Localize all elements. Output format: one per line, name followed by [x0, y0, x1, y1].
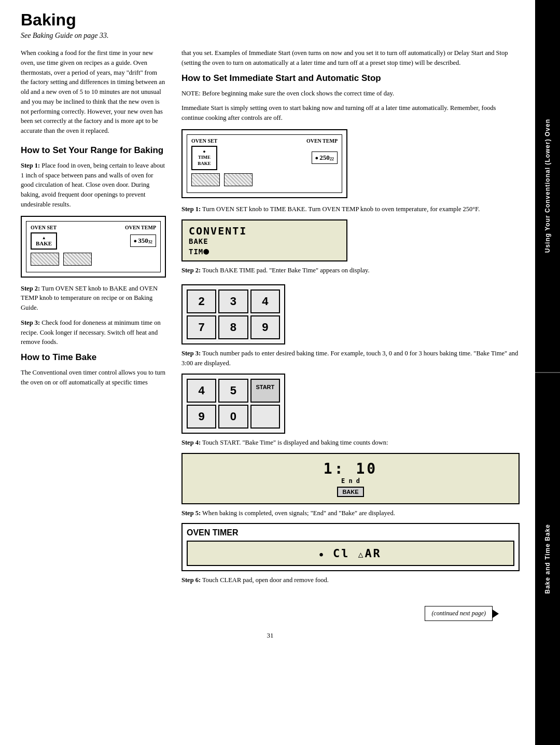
section1-heading: How to Set Your Range for Baking [21, 145, 166, 156]
bake-indicator: BAKE [337, 487, 363, 497]
lcd-display: 1: 10 E n d BAKE [181, 453, 520, 504]
page-number: 31 [21, 631, 520, 640]
key-4b: 4 [187, 379, 216, 403]
key-3: 3 [218, 289, 248, 313]
note-text: NOTE: Before beginning make sure the ove… [181, 89, 520, 99]
start-key: START [250, 379, 280, 403]
oven-temp-display-2: ● 250 22 [312, 151, 338, 164]
oven-timer-box: OVEN TIMER ● Cl △AR [181, 523, 520, 571]
page-title: Baking [21, 10, 520, 30]
key-9: 9 [250, 315, 280, 339]
oven-diagram-1: OVEN SET OVEN TEMP ▲ BAKE ● 350 32 [21, 216, 166, 278]
key-7: 7 [187, 315, 216, 339]
step3-text: Step 3: Check food for doneness at minim… [21, 318, 166, 347]
key-9b: 9 [187, 405, 216, 429]
right-step6-text: Step 6: Touch CLEAR pad, open door and r… [181, 575, 520, 585]
intro-text: When cooking a food for the first time i… [21, 48, 166, 136]
right-step2-text: Step 2: Touch BAKE TIME pad. "Enter Bake… [181, 266, 520, 275]
key-0: 0 [218, 405, 248, 429]
right-tabs: Using Your Conventional (Lower) Oven Bak… [535, 0, 560, 745]
oven-label-right-2: OVEN TEMP [306, 138, 338, 144]
right-step3-text: Step 3: Touch number pads to enter desir… [181, 349, 520, 368]
oven-dial-right-1 [63, 253, 92, 266]
section3-heading: How to Set Immediate Start and Automatic… [181, 73, 520, 84]
step2-text: Step 2: Turn OVEN SET knob to BAKE and O… [21, 284, 166, 313]
oven-label-left-2: OVEN SET [191, 138, 217, 144]
key-empty [250, 405, 280, 429]
temp-indicator-2: ● [315, 155, 319, 161]
continued-box: (continued next page) [425, 606, 493, 621]
section2-heading: How to Time Bake [21, 352, 166, 363]
tab-upper: Using Your Conventional (Lower) Oven [535, 0, 560, 373]
oven-bake-button-1: ▲ BAKE [31, 232, 57, 250]
immediate-start-desc: Immediate Start is simply setting oven t… [181, 103, 520, 123]
tab-lower: Bake and Time Bake [535, 373, 560, 745]
numpad-2: 4 5 START 9 0 [181, 374, 285, 434]
tab-lower-text: Bake and Time Bake [544, 524, 551, 594]
oven-diagram-2: OVEN SET OVEN TEMP ● TIMEBAKE ● 250 [181, 129, 347, 198]
step1-text: Step 1: Place food in oven, being certai… [21, 161, 166, 210]
key-5: 5 [218, 379, 248, 403]
temp-indicator-1: ● [134, 238, 137, 244]
key-2: 2 [187, 289, 216, 313]
oven-label-left-1: OVEN SET [31, 225, 57, 230]
right-step4-text: Step 4: Touch START. "Bake Time" is disp… [181, 438, 520, 448]
conventi-display: CONVENTI BAKE TIM● [181, 219, 347, 261]
continued-note: (continued next page) [181, 606, 520, 621]
section2-text: The Conventional oven timer control allo… [21, 368, 166, 388]
oven-label-right-1: OVEN TEMP [125, 225, 156, 230]
oven-temp-display-1: ● 350 32 [130, 234, 156, 247]
oven-dial-right-2 [224, 173, 253, 186]
right-step1-text: Step 1: Turn OVEN SET knob to TIME BAKE.… [181, 204, 520, 214]
oven-timebake-button: ● TIMEBAKE [191, 146, 217, 170]
oven-dial-left-2 [191, 173, 220, 186]
page-subtitle: See Baking Guide on page 33. [21, 32, 520, 40]
next-page-arrow [493, 610, 499, 618]
right-intro: that you set. Examples of Immediate Star… [181, 48, 520, 68]
key-4: 4 [250, 289, 280, 313]
oven-timer-display: ● Cl △AR [187, 541, 514, 566]
right-step5-text: Step 5: When baking is completed, oven s… [181, 508, 520, 518]
tab-upper-text: Using Your Conventional (Lower) Oven [544, 119, 551, 253]
numpad-1: 2 3 4 7 8 9 [181, 284, 285, 344]
oven-dial-left-1 [31, 253, 59, 266]
key-8: 8 [218, 315, 248, 339]
